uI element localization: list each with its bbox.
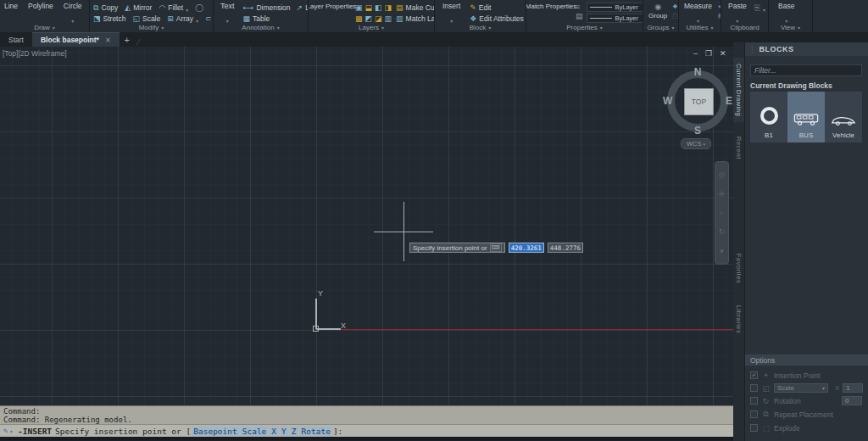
command-pencil-icon[interactable]: ✎: [3, 427, 8, 435]
text-button[interactable]: Text: [218, 3, 237, 23]
paste-button[interactable]: Paste: [726, 3, 749, 23]
match-layer-button[interactable]: ▥Match Layer: [396, 14, 434, 23]
viewcube-north[interactable]: N: [664, 66, 732, 78]
repeat-placement-checkbox[interactable]: [750, 410, 758, 418]
block-tile-vehicle[interactable]: Vehicle: [825, 92, 862, 142]
chevron-down-icon[interactable]: ▾: [720, 247, 724, 255]
palette-title-bar[interactable]: ⋮ BLOCKS: [745, 42, 868, 56]
options-header[interactable]: Options: [745, 354, 868, 366]
option-x[interactable]: X: [270, 427, 278, 436]
tab-block-basepoint[interactable]: Block basepoint* ✕: [32, 32, 120, 47]
x-coordinate-input[interactable]: 420.3261: [509, 243, 544, 253]
array-button[interactable]: ⊞Array: [167, 14, 198, 23]
list-icon[interactable]: ≡: [576, 3, 583, 11]
linetype-dropdown[interactable]: ByLayer▾: [587, 14, 643, 23]
tab-recent[interactable]: Recent: [733, 129, 744, 166]
steering-wheel-icon[interactable]: ◎: [719, 170, 726, 179]
group-button[interactable]: ◉Group: [646, 3, 670, 20]
restore-icon[interactable]: ❐: [705, 49, 712, 58]
edit-attributes-button[interactable]: ❖Edit Attributes: [470, 14, 526, 23]
viewcube-south[interactable]: S: [664, 125, 732, 137]
wcs-selector[interactable]: WCS: [681, 138, 711, 149]
insert-button[interactable]: Insert: [440, 3, 463, 23]
block-tile-bus[interactable]: BUS: [787, 92, 825, 142]
match-properties-button[interactable]: Match Properties: [530, 3, 572, 10]
annotation-panel-label[interactable]: Annotation: [214, 23, 308, 32]
rotation-checkbox[interactable]: [750, 397, 758, 405]
viewport-label[interactable]: [Top][2D Wireframe]: [3, 49, 67, 58]
utilities-panel-label[interactable]: Utilities: [679, 23, 721, 32]
measure-button[interactable]: Measure: [682, 3, 715, 23]
quick-calc-icon[interactable]: ▤: [718, 12, 721, 20]
grid-icon[interactable]: ▤: [576, 12, 583, 20]
layer-tool-icon[interactable]: ◨: [385, 3, 392, 12]
layer-tool-icon[interactable]: ▣: [355, 3, 363, 12]
fillet-button[interactable]: ◠Fillet: [159, 3, 188, 13]
tab-current-drawing[interactable]: Current Drawing: [733, 58, 744, 122]
layer-tool-icon[interactable]: ▥: [385, 14, 392, 23]
tab-favorites[interactable]: Favorites: [733, 246, 744, 292]
color-dropdown[interactable]: ByLayer▾: [587, 3, 643, 12]
minimize-icon[interactable]: –: [693, 49, 698, 58]
table-button[interactable]: ▦Table: [243, 14, 291, 23]
viewcube[interactable]: N S W E TOP: [664, 67, 732, 135]
group-edit-icon[interactable]: ❖: [672, 3, 678, 11]
base-button[interactable]: Base: [776, 3, 797, 23]
close-icon[interactable]: ✕: [720, 49, 726, 58]
properties-panel-label[interactable]: Properties: [526, 23, 643, 32]
draw-panel-label[interactable]: Draw: [0, 23, 89, 32]
command-input[interactable]: ✎ ▾ -INSERT Specify insertion point or […: [0, 424, 733, 437]
layer-tool-icon[interactable]: ◧: [375, 3, 382, 12]
option-z[interactable]: Z: [290, 427, 298, 436]
option-scale[interactable]: Scale: [241, 427, 269, 436]
line-button[interactable]: Line: [2, 3, 20, 10]
new-tab-button[interactable]: +: [120, 33, 135, 47]
block-panel-label[interactable]: Block: [435, 23, 526, 32]
copy-clip-button[interactable]: ⎘: [754, 3, 765, 13]
scale-dropdown[interactable]: Scale: [774, 383, 828, 393]
layer-tool-icon[interactable]: ⬓: [365, 3, 373, 12]
view-panel-label[interactable]: View: [769, 23, 812, 32]
leader-button[interactable]: ↗Leader: [297, 3, 308, 13]
polyline-button[interactable]: Polyline: [25, 3, 56, 10]
layer-tool-icon[interactable]: ◩: [365, 14, 373, 23]
option-rotate[interactable]: Rotate: [300, 427, 332, 436]
viewcube-west[interactable]: W: [663, 95, 672, 107]
rotation-value-input[interactable]: 0: [842, 396, 862, 405]
stretch-button[interactable]: ⬔Stretch: [93, 14, 125, 23]
viewcube-east[interactable]: E: [726, 95, 732, 107]
scale-button[interactable]: ◱Scale: [132, 14, 160, 23]
explode-checkbox[interactable]: [750, 424, 758, 432]
navigation-bar[interactable]: ◎ ✛ ⌕ ↻ ▾: [715, 161, 729, 265]
orbit-icon[interactable]: ↻: [719, 227, 726, 236]
dimension-button[interactable]: ⟷Dimension: [243, 3, 291, 13]
edit-block-button[interactable]: ✎Edit: [470, 3, 526, 13]
filter-input[interactable]: [750, 64, 862, 76]
command-history[interactable]: Command: Command: Regenerating model.: [0, 405, 733, 424]
ungroup-icon[interactable]: ⬚: [672, 12, 678, 20]
chevron-down-icon[interactable]: ▾: [9, 428, 13, 434]
quick-select-icon[interactable]: ⌖: [718, 3, 721, 11]
layer-properties-button[interactable]: Layer Properties: [312, 3, 351, 10]
layer-tool-icon[interactable]: ▩: [355, 14, 363, 23]
tab-start[interactable]: Start: [0, 33, 32, 47]
layer-tool-icon[interactable]: ◪: [375, 14, 382, 23]
layers-panel-label[interactable]: Layers: [309, 23, 434, 32]
scale-value-input[interactable]: 1: [843, 383, 863, 393]
scale-checkbox[interactable]: [750, 384, 758, 392]
modify-panel-label[interactable]: Modify: [90, 23, 213, 32]
drawing-canvas[interactable]: [Top][2D Wireframe] – ❐ ✕ N S W E TOP WC…: [0, 47, 733, 405]
make-current-button[interactable]: ▤Make Current: [396, 3, 434, 13]
tab-libraries[interactable]: Libraries: [733, 297, 744, 343]
close-tab-icon[interactable]: ✕: [105, 36, 111, 44]
pan-icon[interactable]: ✛: [719, 190, 726, 198]
option-basepoint[interactable]: Basepoint: [192, 427, 238, 436]
groups-panel-label[interactable]: Groups: [643, 23, 678, 32]
block-tile-b1[interactable]: B1: [750, 92, 787, 142]
copy-button[interactable]: ⧉Copy: [93, 3, 118, 13]
mirror-button[interactable]: ◭Mirror: [125, 3, 152, 13]
circle-button[interactable]: Circle: [61, 3, 85, 23]
viewcube-top-face[interactable]: TOP: [684, 88, 714, 115]
insertion-point-checkbox[interactable]: ✓: [750, 371, 758, 379]
offset-button[interactable]: ⊂: [205, 14, 212, 23]
